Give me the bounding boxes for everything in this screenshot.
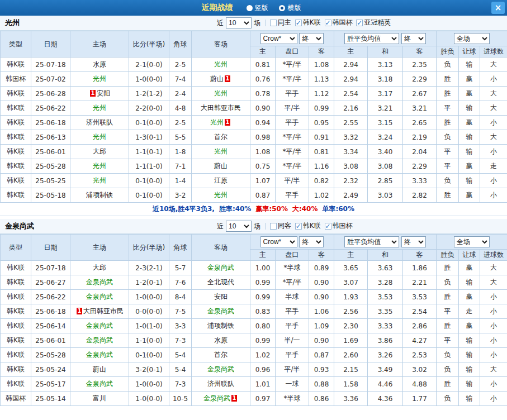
scope-select[interactable]: 全场 [454, 33, 490, 44]
team-name: 金泉尚武 [86, 351, 113, 359]
close-button[interactable]: × [491, 2, 505, 14]
cell-avg-home: 3.34 [334, 145, 368, 159]
cell-home-team: 富川 [70, 392, 129, 406]
cell-home-team: 光州 [70, 72, 129, 87]
cell-avg-away: 4.27 [403, 333, 437, 348]
cell-away-team: 安阳 [192, 290, 250, 304]
avg-stage-select[interactable]: 终 [401, 236, 426, 247]
cell-odds-away: 0.88 [309, 377, 334, 392]
cell-league: 韩K联 [1, 116, 31, 130]
cell-avg-draw: 3.28 [368, 275, 403, 290]
cell-handicap-result: 输 [459, 377, 480, 392]
scope-controls: 全场 [437, 31, 507, 46]
cell-handicap-result: 输 [459, 348, 480, 362]
filter-checkbox[interactable]: 韩K联 [295, 18, 321, 27]
cell-away-team: 光州 [192, 58, 250, 72]
match-count-select[interactable]: 10 [226, 17, 252, 28]
filter-checkbox[interactable]: 亚冠精英 [356, 18, 391, 27]
cell-corner: 7-4 [169, 72, 192, 87]
cell-handicap: *平/半 [276, 159, 309, 174]
cell-odds-home: 0.76 [250, 72, 276, 87]
cell-away-team: 全北现代 [192, 275, 250, 290]
team-name: 金泉尚武 [207, 307, 234, 315]
col-avg-home: 主 [334, 46, 368, 58]
cell-handicap: 一球 [276, 377, 309, 392]
cell-odds-home: 0.99 [250, 290, 276, 304]
layout-radio[interactable]: 竖版 [247, 3, 268, 13]
cell-date: 25-06-01 [31, 333, 70, 348]
col-away: 客场 [192, 31, 250, 58]
odds-stage-select[interactable]: 终 [299, 236, 324, 247]
cell-handicap-result: 赢 [459, 319, 480, 333]
cell-handicap: *平/半 [276, 145, 309, 159]
bookmaker-select[interactable]: Crow* [260, 236, 297, 247]
cell-corner: 2-5 [169, 58, 192, 72]
summary-segment: 赢率:50% [255, 205, 288, 213]
cell-away-team: 金泉尚武1 [192, 392, 250, 406]
filter-checkbox[interactable]: 同客 [270, 221, 291, 231]
filter-checkbox[interactable]: 同主 [270, 18, 291, 27]
filter-checkbox[interactable]: 韩国杯 [325, 18, 353, 27]
cell-date: 25-05-24 [31, 362, 70, 377]
bookmaker-select[interactable]: Crow* [260, 33, 297, 44]
match-row: 韩K联 25-06-28 1安阳 1-2(1-2) 2-4 光州 0.78 平手… [1, 87, 507, 101]
avg-type-select[interactable]: 胜平负均值 [344, 236, 399, 247]
cell-avg-draw: 3.24 [368, 130, 403, 145]
team-name: 蔚山 [210, 75, 224, 83]
match-count-select[interactable]: 10 [226, 221, 252, 232]
cell-score: 1-0(0-0) [129, 290, 169, 304]
match-row: 韩K联 25-05-17 金泉尚武 1-0(0-0) 7-3 济州联队 1.01… [1, 377, 507, 392]
scope-select[interactable]: 全场 [454, 236, 490, 247]
cell-corner: 2-5 [169, 116, 192, 130]
avg-type-select[interactable]: 胜平负均值 [344, 33, 399, 44]
cell-avg-away: 2.54 [403, 304, 437, 319]
cell-odds-home: 0.99 [250, 333, 276, 348]
team-name: 金泉尚武 [86, 322, 113, 330]
cell-handicap: *平/半 [276, 130, 309, 145]
team-name: 富川 [93, 394, 106, 402]
team-name: 光州 [93, 133, 106, 141]
team-title: 金泉尚武 [5, 221, 34, 231]
cell-odds-away: 1.02 [309, 188, 334, 203]
filter-checkbox[interactable]: 韩K联 [295, 221, 321, 231]
filter-checkbox[interactable]: 韩国杯 [325, 221, 353, 231]
cell-corner: 7-3 [169, 377, 192, 392]
cell-home-team: 大邱 [70, 261, 129, 275]
team-name: 济州联队 [86, 118, 113, 126]
avg-stage-select[interactable]: 终 [401, 33, 426, 44]
cell-odds-away: 0.93 [309, 362, 334, 377]
cell-avg-draw: 3.08 [368, 159, 403, 174]
cell-avg-away: 3.02 [403, 362, 437, 377]
near-label: 近 [217, 222, 224, 231]
cell-avg-home: 1.58 [334, 377, 368, 392]
cell-avg-draw: 3.17 [368, 87, 403, 101]
col-odds-away: 客 [309, 46, 334, 58]
cell-away-team: 金泉尚武 [192, 362, 250, 377]
team-name: 光州 [214, 191, 228, 199]
cell-home-team: 金泉尚武 [70, 348, 129, 362]
cell-odds-away: 0.82 [309, 174, 334, 188]
cell-odds-home: 0.75 [250, 159, 276, 174]
cell-goals-result: 走 [480, 159, 507, 174]
cell-avg-draw: 3.35 [368, 304, 403, 319]
team-name: 浦项制铁 [86, 191, 113, 199]
cell-date: 25-06-14 [31, 319, 70, 333]
checkbox-label: 韩K联 [303, 221, 321, 231]
cell-result: 负 [437, 348, 459, 362]
cell-goals-result: 小 [480, 319, 507, 333]
cell-league: 韩K联 [1, 290, 31, 304]
summary-segment: 单率:60% [322, 205, 354, 213]
cell-avg-draw: 3.33 [368, 319, 403, 333]
layout-radio[interactable]: 横版 [279, 3, 301, 13]
cell-league: 韩K联 [1, 261, 31, 275]
cell-result: 负 [437, 58, 459, 72]
cell-result: 胜 [437, 72, 459, 87]
cell-result: 负 [437, 362, 459, 377]
cell-home-team: 光州 [70, 130, 129, 145]
cell-odds-home: 0.98 [250, 130, 276, 145]
odds-stage-select[interactable]: 终 [299, 33, 324, 44]
cell-avg-draw: 4.46 [368, 377, 403, 392]
cell-goals-result: 小 [480, 188, 507, 203]
cell-corner: 4-8 [169, 101, 192, 116]
cell-league: 韩国杯 [1, 72, 31, 87]
